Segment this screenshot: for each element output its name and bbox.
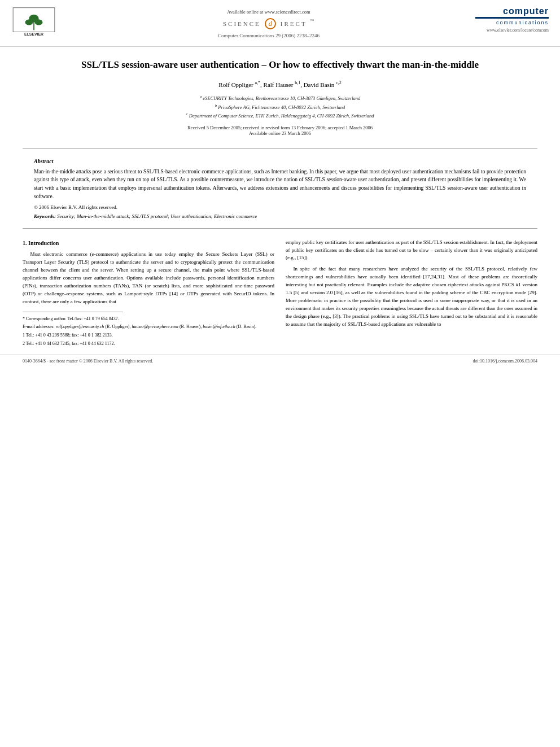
footnote-emails: E-mail addresses: rolf.oppliger@esecurit… bbox=[23, 324, 274, 331]
keywords-label: Keywords: bbox=[34, 213, 56, 219]
footnote-2: 2 Tel.: +41 0 44 632 7245; fax: +41 0 44… bbox=[23, 340, 274, 348]
section1-title: 1. Introduction bbox=[23, 239, 274, 248]
svg-point-4 bbox=[35, 19, 43, 25]
doi-text: doi:10.1016/j.comcom.2006.03.004 bbox=[473, 359, 537, 364]
available-line: Available online 23 March 2006 bbox=[34, 130, 526, 136]
svg-text:ELSEVIER: ELSEVIER bbox=[24, 32, 43, 36]
abstract-divider bbox=[23, 228, 537, 229]
paper-title: SSL/TLS session-aware user authenticatio… bbox=[34, 58, 526, 72]
section1-para2: employ public key certificates for user … bbox=[286, 239, 537, 263]
received-dates: Received 5 December 2005; received in re… bbox=[34, 125, 526, 136]
science-text: SCIENCE bbox=[223, 20, 261, 27]
footnote-divider bbox=[23, 312, 123, 312]
authors-line: Rolf Oppliger a,*, Ralf Hauser b,1, Davi… bbox=[34, 81, 526, 89]
footnote-1: 1 Tel.: +41 0 43 299 5588; fax: +41 0 1 … bbox=[23, 332, 274, 339]
direct-text: IRECT bbox=[281, 20, 307, 27]
abstract-title: Abstract bbox=[34, 158, 526, 164]
cc-logo-title: computer bbox=[475, 7, 549, 16]
journal-logo: computer communications www.elsevier.com… bbox=[475, 7, 549, 33]
title-section: SSL/TLS session-aware user authenticatio… bbox=[0, 47, 560, 144]
footnote-corresponding: * Corresponding author. Tel./fax: +41 0 … bbox=[23, 316, 274, 323]
cc-logo-subtitle: communications bbox=[475, 20, 549, 25]
main-content: 1. Introduction Most electronic commerce… bbox=[0, 233, 560, 355]
title-divider bbox=[23, 148, 537, 149]
copyright-text: © 2006 Elsevier B.V. All rights reserved… bbox=[34, 204, 526, 210]
issn-text: 0140-3664/$ - see front matter © 2006 El… bbox=[23, 359, 153, 364]
affil-a: a eSECURITY Technologies, Beethovenstras… bbox=[34, 94, 526, 102]
section1-para1: Most electronic commerce (e-commerce) ap… bbox=[23, 251, 274, 306]
received-line: Received 5 December 2005; received in re… bbox=[34, 125, 526, 130]
svg-point-3 bbox=[25, 19, 33, 25]
bottom-bar: 0140-3664/$ - see front matter © 2006 El… bbox=[0, 355, 560, 367]
abstract-section: Abstract Man-in-the-middle attacks pose … bbox=[0, 154, 560, 224]
available-online-text: Available online at www.sciencedirect.co… bbox=[227, 9, 310, 15]
author-names: Rolf Oppliger a,*, Ralf Hauser b,1, Davi… bbox=[218, 81, 341, 88]
journal-name: Computer Communications 29 (2006) 2238–2… bbox=[218, 33, 320, 38]
affil-c: c Department of Computer Science, ETH Zu… bbox=[34, 111, 526, 120]
page-header: ELSEVIER Available online at www.science… bbox=[0, 0, 560, 47]
keywords-values: Security; Man-in-the-middle attack; SSL/… bbox=[57, 213, 257, 219]
header-center: Available online at www.sciencedirect.co… bbox=[62, 7, 475, 38]
affil-b: b PrivaSphere AG, Fichtenstrasse 40, CH-… bbox=[34, 103, 526, 111]
elsevier-logo: ELSEVIER bbox=[11, 7, 62, 42]
right-column: employ public key certificates for user … bbox=[286, 239, 537, 349]
journal-url: www.elsevier.com/locate/comcom bbox=[475, 28, 549, 33]
cc-logo-bar bbox=[475, 17, 549, 19]
section1-para3: In spite of the fact that many researche… bbox=[286, 265, 537, 329]
abstract-text: Man-in-the-middle attacks pose a serious… bbox=[34, 168, 526, 201]
sciencedirect-d-icon: d bbox=[265, 18, 276, 29]
keywords-line: Keywords: Security; Man-in-the-middle at… bbox=[34, 213, 526, 219]
left-column: 1. Introduction Most electronic commerce… bbox=[23, 239, 274, 349]
affiliations: a eSECURITY Technologies, Beethovenstras… bbox=[34, 94, 526, 120]
sciencedirect-logo: SCIENCE d IRECT ™ bbox=[223, 17, 314, 29]
